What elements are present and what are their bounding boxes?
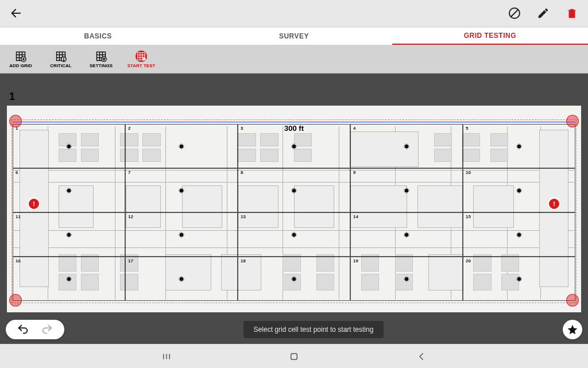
svg-line-2 — [511, 10, 518, 17]
cell-number: 5 — [466, 126, 468, 131]
grid-cell-9[interactable]: 9 — [350, 168, 463, 212]
edit-button[interactable] — [535, 5, 551, 21]
test-point-marker[interactable] — [67, 232, 72, 237]
test-point-marker[interactable] — [67, 144, 72, 149]
grid-cell-4[interactable]: 4 — [350, 124, 463, 168]
add-grid-label: ADD GRID — [9, 63, 32, 68]
test-point-marker[interactable] — [517, 232, 522, 237]
alert-icon: ! — [553, 200, 555, 207]
critical-point-left[interactable]: ! — [28, 197, 40, 210]
grid-cell-20[interactable]: 20 — [463, 257, 575, 301]
cell-number: 9 — [353, 170, 355, 175]
grid-toolbar: ADD GRID CRITICAL SETTINGS START TEST — [0, 45, 588, 73]
tab-survey[interactable]: SURVEY — [196, 28, 392, 45]
critical-point-right[interactable]: ! — [548, 197, 560, 210]
test-point-marker[interactable] — [179, 276, 184, 281]
test-point-marker[interactable] — [292, 232, 297, 237]
system-nav-bar — [0, 344, 588, 368]
grid-gear-icon — [95, 51, 107, 62]
start-test-tool[interactable]: START TEST — [126, 51, 156, 68]
settings-tool[interactable]: SETTINGS — [86, 51, 116, 68]
cell-number: 17 — [128, 258, 133, 264]
grid-cell-14[interactable]: 14 — [350, 212, 463, 257]
test-point-marker[interactable] — [292, 188, 297, 193]
test-point-marker[interactable] — [179, 232, 184, 237]
test-point-marker[interactable] — [517, 144, 522, 149]
grid-cell-1[interactable]: 1 — [13, 124, 125, 168]
grid-cell-7[interactable]: 7 — [125, 168, 238, 212]
tab-grid-testing[interactable]: GRID TESTING — [392, 28, 588, 45]
grid-cell-13[interactable]: 13 — [238, 212, 350, 257]
status-toast: Select grid cell test point to start tes… — [243, 321, 384, 338]
critical-label: CRITICAL — [50, 63, 71, 68]
arrow-left-icon — [10, 7, 22, 20]
alert-icon: ! — [33, 200, 35, 207]
grid-cell-12[interactable]: 12 — [125, 212, 238, 257]
undo-icon — [17, 323, 29, 336]
add-grid-tool[interactable]: ADD GRID — [6, 51, 36, 68]
test-point-marker[interactable] — [179, 144, 184, 149]
grid-handle-top-right[interactable] — [566, 115, 579, 127]
cell-number: 12 — [128, 214, 133, 219]
grid-cell-15[interactable]: 15 — [463, 212, 575, 257]
critical-tool[interactable]: CRITICAL — [46, 51, 76, 68]
cancel-button[interactable] — [506, 5, 523, 21]
test-point-marker[interactable] — [517, 276, 522, 281]
grid-cell-16[interactable]: 16 — [13, 257, 125, 301]
cell-number: 4 — [353, 126, 355, 131]
favorite-fab[interactable] — [563, 320, 582, 339]
test-point-marker[interactable] — [292, 276, 297, 281]
test-point-marker[interactable] — [404, 144, 409, 149]
delete-button[interactable] — [564, 5, 580, 21]
grid-cell-3[interactable]: 3 — [238, 124, 350, 168]
test-point-marker[interactable] — [67, 276, 72, 281]
grid-plus-icon — [15, 51, 26, 62]
grid-cell-17[interactable]: 17 — [125, 257, 238, 301]
prohibit-icon — [508, 6, 521, 20]
grid-handle-bottom-right[interactable] — [566, 294, 579, 307]
test-point-marker[interactable] — [517, 188, 522, 193]
test-point-marker[interactable] — [404, 232, 409, 237]
cell-number: 10 — [466, 170, 471, 175]
cell-number: 20 — [466, 258, 471, 264]
test-point-marker[interactable] — [67, 188, 72, 193]
tab-basics[interactable]: BASICS — [0, 28, 196, 45]
cell-number: 3 — [241, 126, 243, 131]
grid-cell-18[interactable]: 18 — [238, 257, 350, 301]
test-point-marker[interactable] — [292, 144, 297, 149]
floorplan-viewport[interactable]: 1 — [0, 73, 588, 344]
grid-cell-19[interactable]: 19 — [350, 257, 463, 301]
cell-number: 8 — [241, 170, 243, 175]
cell-number: 11 — [16, 214, 21, 219]
trash-icon — [566, 7, 578, 20]
grid-cell-2[interactable]: 2 — [125, 124, 238, 168]
svg-rect-36 — [291, 353, 297, 359]
tab-bar: BASICS SURVEY GRID TESTING — [0, 28, 588, 45]
floorplan[interactable]: 300 ft 1234567891011121314151617181920 !… — [6, 104, 582, 313]
sysnav-back[interactable] — [415, 350, 428, 363]
test-point-marker[interactable] — [179, 188, 184, 193]
redo-button[interactable] — [39, 321, 55, 338]
cell-number: 18 — [241, 258, 246, 264]
grid-cell-5[interactable]: 5 — [463, 124, 575, 168]
sysnav-home[interactable] — [288, 350, 300, 363]
cell-number: 7 — [128, 170, 130, 175]
svg-point-26 — [136, 50, 147, 61]
grid-handle-top-left[interactable] — [9, 115, 22, 127]
test-grid: 1234567891011121314151617181920 — [13, 124, 575, 301]
undo-button[interactable] — [15, 321, 31, 338]
grid-cell-8[interactable]: 8 — [238, 168, 350, 212]
cell-number: 2 — [128, 126, 130, 131]
grid-play-icon — [135, 50, 148, 63]
home-icon — [289, 351, 299, 362]
back-button[interactable] — [8, 5, 24, 21]
test-point-marker[interactable] — [404, 188, 409, 193]
grid-handle-bottom-left[interactable] — [9, 294, 22, 307]
page-number: 1 — [9, 91, 15, 103]
test-point-marker[interactable] — [404, 276, 409, 281]
sysnav-recents[interactable] — [160, 350, 173, 363]
star-icon — [567, 324, 578, 335]
pencil-icon — [537, 7, 550, 20]
grid-cell-11[interactable]: 11 — [13, 212, 125, 257]
grid-alert-icon — [55, 51, 67, 62]
